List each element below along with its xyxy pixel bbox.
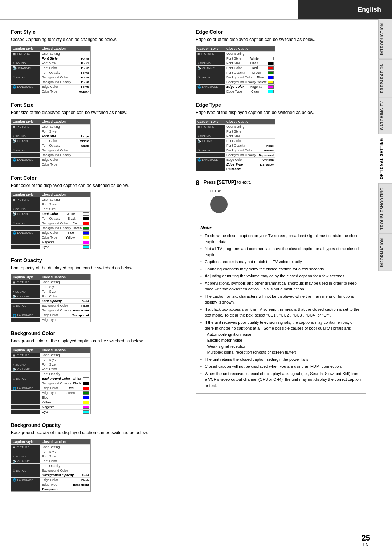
left-column: Font Style Closed Captioning font style … [11, 29, 181, 500]
menu-row: Font Style [196, 129, 275, 134]
menu-row: 📡CHANNELFont Color [11, 294, 90, 298]
menu-left [11, 80, 40, 84]
font-size-title: Font Size [11, 102, 181, 108]
font-style-menu: Caption Style Closed Caption ▣PICTUREUse… [11, 46, 91, 94]
menu-row: 📡CHANNELFont ColorRed [196, 65, 275, 70]
menu-left: ⚙ DETAIL [11, 75, 40, 80]
swatch-blue [83, 231, 89, 235]
menu-header: Caption Style Closed Caption [11, 46, 90, 51]
page-footer: 25 EN [362, 533, 370, 547]
font-size-desc: Font size of the displayed caption can b… [11, 109, 181, 116]
section-font-color: Font Color Font color of the displayed c… [11, 175, 181, 249]
swatch-yellow [83, 401, 89, 404]
menu-right: Background OpacityFont8 [40, 80, 90, 84]
edge-color-desc: Edge color of the displayed caption can … [196, 36, 366, 43]
menu-row: 🌐 LANGUAGEEdge ColorBlue [11, 230, 90, 235]
menu-row: Cyan [11, 409, 90, 414]
section-step8: 8 Press [SETUP] to exit. SETUP [196, 179, 366, 213]
menu-right: Font OpacityFont3 [40, 70, 90, 75]
menu-row: Transparent [11, 487, 90, 491]
note-item: The caption or text characters will not … [200, 293, 361, 305]
swatch-black [83, 217, 89, 220]
menu-row: Edge TypeL.Shadow [196, 162, 275, 167]
font-opacity-menu: Caption Style Closed Caption ▣PICTUREUse… [11, 274, 91, 322]
menu-row: R.Shadow [196, 167, 275, 171]
tab-optional-setting[interactable]: OPTIONAL SETTING [378, 134, 392, 183]
note-title: Note: [200, 225, 361, 231]
edge-type-title: Edge Type [196, 102, 366, 108]
menu-row: 🌐 LANGUAGEEdge Color [11, 157, 90, 162]
menu-row: Font Opacity [11, 463, 90, 468]
background-color-title: Background Color [11, 330, 181, 336]
section-font-size: Font Size Font size of the displayed cap… [11, 102, 181, 167]
menu-row: 🌐 LANGUAGEEdge ColorFlash [11, 477, 90, 482]
menu-right: Edge TypeROM77 [40, 89, 90, 94]
menu-row: ♪SOUNDFont SizeLarge [11, 134, 90, 138]
swatch-blue [83, 396, 89, 399]
menu-row: ♪SOUNDFont SizeFont1 [11, 61, 90, 65]
menu-row: 🌐 LANGUAGEEdge ColorUniform [196, 157, 275, 162]
menu-row: ♪SOUNDFont SizeBlack [196, 61, 275, 65]
menu-left [11, 89, 40, 94]
tab-troubleshooting[interactable]: TROUBLESHOOTING [378, 183, 392, 234]
swatch-white [83, 212, 89, 216]
menu-row: Background OpacityGreen [11, 225, 90, 230]
menu-row: Font Style [11, 284, 90, 289]
tab-preparation[interactable]: PREPARATION [378, 59, 392, 97]
menu-row: Font OpacityBlack [11, 216, 90, 221]
tab-watching-tv[interactable]: WATCHING TV [378, 97, 392, 134]
menu-row: ⚙ DETAILBackground ColorFlash [11, 303, 90, 308]
section-background-opacity: Background Opacity Background opacity of… [11, 422, 181, 492]
swatch-magenta [83, 241, 89, 244]
menu-row: 📡CHANNELFont Color [196, 138, 275, 143]
menu-row: 📡CHANNELFont Color [11, 459, 90, 463]
menu-col1: Caption Style [11, 46, 40, 51]
font-color-title: Font Color [11, 175, 181, 181]
menu-row: ▣PICTUREUser Setting [11, 444, 90, 449]
swatch-cyan [83, 245, 89, 249]
menu-right: User Setting [40, 52, 90, 56]
note-item: Not all TV programs and commercials have… [200, 246, 361, 258]
setup-button[interactable] [210, 196, 228, 213]
menu-col2: Closed Caption [40, 46, 90, 51]
menu-left [11, 70, 40, 75]
section-font-opacity: Font Opacity Font opacity of the display… [11, 257, 181, 322]
swatch-magenta [83, 406, 89, 409]
setup-label: SETUP [210, 189, 221, 193]
swatch-green [83, 391, 89, 395]
edge-type-menu: Caption Style Closed Caption ▣PICTUREUse… [196, 119, 275, 171]
menu-row: 📡CHANNELFont ColorMiddle [11, 138, 90, 143]
menu-row: ⚙ DETAILBackground ColorRaised [196, 148, 275, 152]
background-opacity-title: Background Opacity [11, 422, 181, 428]
menu-row: Background OpacityFont8 [11, 80, 90, 84]
menu-right: Background ColorFont4 [40, 75, 90, 80]
menu-row: ▣PICTUREUser Setting [11, 124, 90, 129]
note-item: Adjusting or muting the volume may delay… [200, 273, 361, 279]
swatch-yellow [83, 236, 89, 239]
main-content: Font Style Closed Captioning font style … [0, 22, 377, 507]
page-number: 25 [362, 533, 370, 543]
menu-row: Blue [11, 395, 90, 400]
menu-row: ⚙ DETAILBackground Color [11, 468, 90, 473]
step8-text: Press [SETUP] to exit. [204, 179, 251, 185]
note-item: If the unit receives poor quality televi… [200, 319, 361, 355]
font-opacity-title: Font Opacity [11, 257, 181, 263]
swatch-cyan [83, 410, 89, 414]
note-item: Closed caption will not be displayed whe… [200, 363, 361, 370]
menu-right: Font SizeFont1 [40, 61, 90, 65]
menu-row: ▣PICTUREUser Setting [196, 124, 275, 129]
menu-row: Edge TypeYellow [11, 235, 90, 240]
tab-information[interactable]: INFORMATION [378, 234, 392, 271]
note-item: When the unit receives special effects p… [200, 371, 361, 389]
menu-row: Font OpacityFont3 [11, 70, 90, 75]
note-item: Changing channels may delay the closed c… [200, 266, 361, 272]
menu-row: ♪SOUNDFont Size [196, 134, 275, 138]
tab-introduction[interactable]: INTRODUCTION [378, 19, 392, 59]
note-item: Abbreviations, symbols and other grammat… [200, 280, 361, 292]
section-background-color: Background Color Background color of the… [11, 330, 181, 414]
step-number: 8 [196, 179, 199, 187]
menu-left: 📡CHANNEL [11, 66, 40, 70]
step8-line: 8 Press [SETUP] to exit. [196, 179, 251, 187]
note-item: Captions and texts may not match the TV … [200, 259, 361, 265]
menu-row: Background Opacity [11, 152, 90, 157]
